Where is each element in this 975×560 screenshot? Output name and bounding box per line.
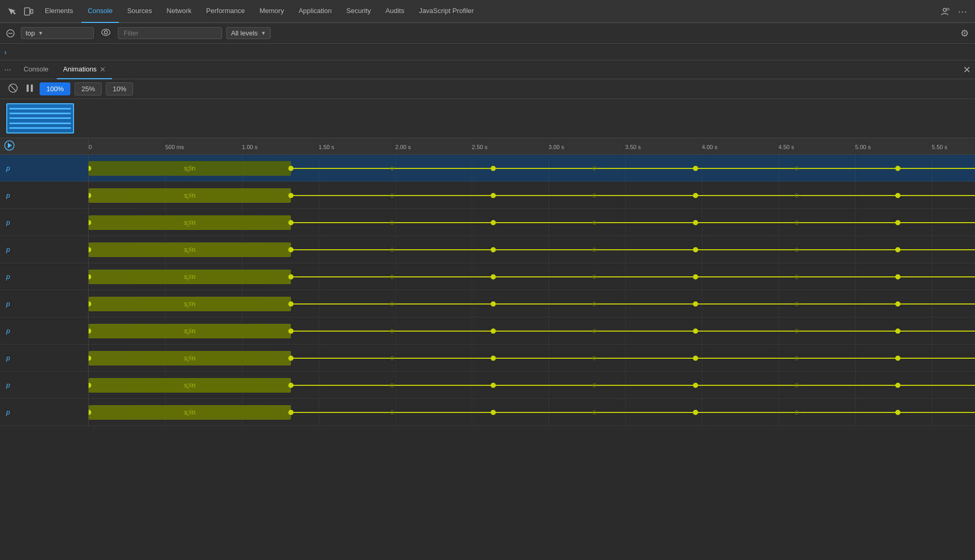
- ruler-left-spacer: [0, 138, 89, 152]
- repeat-keyframe-dot: [491, 383, 496, 388]
- settings-icon[interactable]: ⚙: [958, 26, 971, 41]
- repeat-keyframe-dot: [491, 274, 496, 279]
- animation-track[interactable]: spin: [89, 345, 975, 372]
- speed-100-button[interactable]: 100%: [40, 82, 70, 95]
- animation-label-row[interactable]: p: [0, 236, 88, 263]
- animation-track[interactable]: spin: [89, 182, 975, 209]
- keyframe-mid-dot: [187, 410, 192, 415]
- repeat-hollow-dot: [390, 193, 394, 198]
- tab-network[interactable]: Network: [161, 0, 198, 23]
- animation-label-row[interactable]: p: [0, 318, 88, 345]
- device-toolbar-icon[interactable]: [21, 5, 36, 18]
- svg-point-2: [943, 8, 946, 11]
- tab-console[interactable]: Console: [81, 0, 119, 23]
- animation-track[interactable]: spin: [89, 236, 975, 263]
- animation-label-row[interactable]: p: [0, 399, 88, 426]
- repeat-keyframe-dot: [491, 193, 496, 198]
- level-arrow: ▼: [261, 30, 266, 36]
- timeline-container: 0500 ms1.00 s1.50 s2.00 s2.50 s3.00 s3.5…: [0, 138, 975, 426]
- clear-console-button[interactable]: [4, 27, 17, 40]
- repeat-keyframe-dot: [491, 220, 496, 225]
- svg-rect-3: [947, 8, 949, 10]
- speed-25-button[interactable]: 25%: [75, 82, 102, 95]
- repeat-keyframe-dot: [693, 193, 698, 198]
- tab-memory[interactable]: Memory: [253, 0, 290, 23]
- tab-elements[interactable]: Elements: [39, 0, 79, 23]
- animation-track[interactable]: spin: [89, 209, 975, 236]
- keyframe-mid-dot: [187, 274, 192, 279]
- animation-label-row[interactable]: p: [0, 155, 88, 182]
- repeat-hollow-dot: [795, 302, 799, 306]
- tab-performance[interactable]: Performance: [200, 0, 251, 23]
- svg-line-9: [10, 85, 16, 91]
- svg-rect-11: [31, 84, 33, 92]
- block-animation-button[interactable]: [6, 81, 20, 97]
- preview-line-3: [9, 117, 71, 119]
- keyframe-mid-dot: [187, 301, 192, 307]
- context-selector-arrow: ▼: [38, 30, 43, 36]
- repeat-hollow-dot: [592, 383, 596, 387]
- animation-label-row[interactable]: p: [0, 263, 88, 290]
- ruler-ticks: 0500 ms1.00 s1.50 s2.00 s2.50 s3.00 s3.5…: [89, 138, 975, 152]
- repeat-hollow-dot: [592, 248, 596, 252]
- repeat-hollow-dot: [795, 193, 799, 198]
- filter-input[interactable]: [118, 27, 222, 39]
- context-selector[interactable]: top ▼: [21, 27, 94, 39]
- repeat-keyframe-dot: [693, 301, 698, 307]
- console-input[interactable]: [9, 48, 971, 56]
- animation-track[interactable]: spin: [89, 372, 975, 399]
- animation-track[interactable]: spin: [89, 263, 975, 290]
- eye-icon[interactable]: [98, 27, 114, 40]
- repeat-keyframe-dot: [491, 328, 496, 334]
- remote-devices-icon[interactable]: [937, 5, 953, 18]
- speed-10-button[interactable]: 10%: [106, 82, 133, 95]
- animation-label-row[interactable]: p: [0, 290, 88, 318]
- repeat-hollow-dot: [592, 221, 596, 225]
- repeat-keyframe-dot: [693, 220, 698, 225]
- repeat-keyframe-dot: [693, 410, 698, 415]
- repeat-hollow-dot: [795, 329, 799, 333]
- pause-button[interactable]: [24, 82, 35, 96]
- tab-security[interactable]: Security: [340, 0, 377, 23]
- keyframe-mid-dot: [187, 328, 192, 334]
- tab-console-panel[interactable]: Console: [17, 60, 55, 79]
- animation-label-row[interactable]: p: [0, 372, 88, 399]
- close-animations-tab[interactable]: ✕: [100, 65, 106, 74]
- animation-label-row[interactable]: p: [0, 345, 88, 372]
- preview-line-5: [9, 127, 71, 129]
- animation-track[interactable]: spin: [89, 290, 975, 318]
- animation-track[interactable]: spin: [89, 399, 975, 426]
- animation-preview-box[interactable]: [6, 103, 74, 133]
- repeat-keyframe-dot: [895, 383, 900, 388]
- log-level-selector[interactable]: All levels ▼: [226, 27, 271, 39]
- repeat-hollow-dot: [390, 410, 394, 415]
- animation-label-row[interactable]: p: [0, 209, 88, 236]
- tab-sources[interactable]: Sources: [121, 0, 159, 23]
- repeat-keyframe-dot: [491, 356, 496, 361]
- repeat-keyframe-dot: [895, 274, 900, 279]
- animation-track[interactable]: spin: [89, 318, 975, 345]
- svg-point-6: [102, 29, 110, 35]
- repeat-hollow-dot: [795, 221, 799, 225]
- playhead-button[interactable]: [4, 140, 15, 151]
- animation-label-row[interactable]: p: [0, 182, 88, 209]
- tab-audits[interactable]: Audits: [379, 0, 410, 23]
- close-panel-button[interactable]: ✕: [963, 64, 971, 76]
- repeat-hollow-dot: [390, 221, 394, 225]
- tab-animations-panel[interactable]: Animations ✕: [57, 60, 112, 79]
- select-tool-icon[interactable]: [4, 5, 19, 18]
- ruler-tick-label: 4.50 s: [778, 144, 794, 150]
- repeat-hollow-dot: [390, 356, 394, 360]
- animation-track[interactable]: spin: [89, 155, 975, 182]
- tab-js-profiler[interactable]: JavaScript Profiler: [412, 0, 480, 23]
- tab-application[interactable]: Application: [292, 0, 338, 23]
- repeat-keyframe-dot: [693, 328, 698, 334]
- svg-point-7: [104, 31, 107, 34]
- timeline-ruler: 0500 ms1.00 s1.50 s2.00 s2.50 s3.00 s3.5…: [0, 138, 975, 155]
- repeat-keyframe-dot: [895, 193, 900, 198]
- ruler-tick-label: 500 ms: [165, 144, 184, 150]
- repeat-keyframe-dot: [491, 301, 496, 307]
- repeat-keyframe-dot: [491, 166, 496, 171]
- more-tools-icon[interactable]: ⋯: [955, 4, 971, 19]
- panel-more-icon[interactable]: ···: [4, 65, 11, 75]
